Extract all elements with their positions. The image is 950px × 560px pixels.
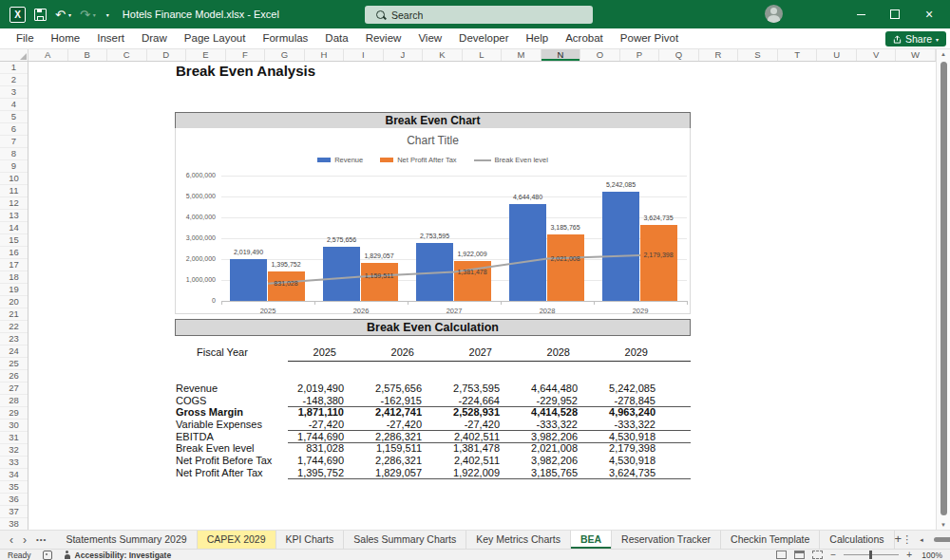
revenue-bar-2028[interactable]: [509, 204, 546, 301]
tabbar-more-icon[interactable]: ⋮: [902, 533, 912, 546]
row-header-29[interactable]: 29: [0, 407, 28, 420]
row-header-7[interactable]: 7: [0, 136, 28, 148]
row-header-27[interactable]: 27: [0, 383, 28, 395]
sheet-tab-checkin-template[interactable]: Checkin Template: [721, 531, 820, 549]
zoom-slider[interactable]: [844, 554, 899, 555]
table-cell[interactable]: -278,845: [578, 395, 656, 406]
row-header-1[interactable]: 1: [0, 62, 28, 74]
ribbon-tab-review[interactable]: Review: [357, 28, 410, 48]
table-cell[interactable]: 2,286,321: [344, 455, 422, 466]
undo-icon[interactable]: ↶: [55, 9, 66, 21]
table-cell[interactable]: 1,922,009: [422, 467, 500, 478]
column-header-W[interactable]: W: [896, 49, 936, 61]
vertical-scrollbar[interactable]: ▲ ▼: [936, 49, 950, 530]
row-header-37[interactable]: 37: [0, 506, 28, 518]
table-cell[interactable]: 4,530,918: [578, 455, 656, 466]
row-header-12[interactable]: 12: [0, 197, 28, 210]
page-layout-view-icon[interactable]: [794, 551, 805, 559]
column-header-S[interactable]: S: [738, 49, 778, 61]
close-button[interactable]: ×: [914, 0, 944, 28]
ribbon-tab-insert[interactable]: Insert: [88, 28, 133, 48]
column-header-U[interactable]: U: [817, 49, 857, 61]
table-cell[interactable]: -27,420: [266, 419, 344, 430]
horizontal-scroll-thumb[interactable]: [934, 537, 950, 542]
table-cell[interactable]: 2,019,490: [266, 383, 344, 394]
row-header-22[interactable]: 22: [0, 321, 28, 333]
scroll-up-icon[interactable]: ▲: [937, 51, 950, 57]
table-cell[interactable]: 4,963,240: [578, 406, 656, 418]
table-cell[interactable]: -229,952: [500, 395, 578, 406]
table-cell[interactable]: 2,753,595: [422, 383, 500, 394]
profit-bar-2028[interactable]: [547, 234, 584, 301]
zoom-out-icon[interactable]: −: [830, 551, 836, 560]
row-header-30[interactable]: 30: [0, 420, 28, 432]
table-cell[interactable]: 3,982,206: [500, 455, 578, 466]
table-cell[interactable]: 2,402,511: [422, 455, 500, 466]
column-header-J[interactable]: J: [384, 49, 424, 61]
column-header-N[interactable]: N: [542, 49, 581, 61]
table-cell[interactable]: 1,159,511: [344, 442, 422, 454]
select-all-corner[interactable]: [0, 49, 28, 61]
minimize-button[interactable]: [846, 0, 876, 28]
macro-record-icon[interactable]: [43, 551, 52, 560]
ribbon-tab-home[interactable]: Home: [43, 28, 89, 48]
row-header-21[interactable]: 21: [0, 308, 28, 321]
column-header-V[interactable]: V: [857, 49, 897, 61]
column-header-C[interactable]: C: [107, 49, 147, 61]
column-header-P[interactable]: P: [620, 49, 660, 61]
table-cell[interactable]: 1,744,690: [266, 431, 344, 442]
column-header-H[interactable]: H: [305, 49, 345, 61]
table-cell[interactable]: 4,414,528: [500, 406, 578, 418]
row-header-26[interactable]: 26: [0, 370, 28, 383]
revenue-bar-2029[interactable]: [602, 192, 639, 301]
worksheet-canvas[interactable]: Break Even Analysis Break Even Chart Cha…: [28, 62, 936, 530]
table-cell[interactable]: -148,380: [266, 395, 344, 406]
table-cell[interactable]: 1,829,057: [344, 467, 422, 478]
table-cell[interactable]: -27,420: [422, 419, 500, 430]
row-header-34[interactable]: 34: [0, 469, 28, 481]
table-cell[interactable]: 2,412,741: [344, 406, 422, 418]
column-header-I[interactable]: I: [344, 49, 384, 61]
ribbon-tab-draw[interactable]: Draw: [133, 28, 176, 48]
undo-dropdown-icon[interactable]: ▾: [68, 11, 71, 18]
sheet-tab-bea[interactable]: BEA: [571, 531, 612, 549]
row-header-14[interactable]: 14: [0, 222, 28, 234]
column-header-B[interactable]: B: [68, 49, 108, 61]
zoom-slider-thumb[interactable]: [869, 551, 872, 559]
sheet-tab-key-metrics-charts[interactable]: Key Metrics Charts: [466, 531, 571, 549]
sheet-tab-calculations[interactable]: Calculations: [820, 531, 894, 549]
ribbon-tab-data[interactable]: Data: [316, 28, 356, 48]
table-cell[interactable]: 2,286,321: [344, 431, 422, 442]
ribbon-tab-developer[interactable]: Developer: [450, 28, 517, 48]
row-header-9[interactable]: 9: [0, 160, 28, 173]
column-header-O[interactable]: O: [580, 49, 620, 61]
table-cell[interactable]: 3,185,765: [500, 467, 578, 478]
search-box[interactable]: Search: [365, 6, 593, 24]
table-cell[interactable]: -333,322: [500, 419, 578, 430]
table-cell[interactable]: 2,575,656: [344, 383, 422, 394]
table-cell[interactable]: 831,028: [266, 442, 344, 454]
customize-qat-icon[interactable]: ▾: [106, 11, 109, 18]
tab-nav-right-icon[interactable]: ›: [23, 533, 27, 547]
column-header-K[interactable]: K: [423, 49, 463, 61]
excel-logo-icon[interactable]: X: [10, 7, 26, 23]
row-header-15[interactable]: 15: [0, 234, 28, 247]
normal-view-icon[interactable]: [776, 551, 787, 559]
row-header-19[interactable]: 19: [0, 284, 28, 296]
row-header-2[interactable]: 2: [0, 74, 28, 86]
row-header-36[interactable]: 36: [0, 494, 28, 506]
row-header-17[interactable]: 17: [0, 259, 28, 271]
table-cell[interactable]: -27,420: [344, 419, 422, 430]
table-cell[interactable]: -162,915: [344, 395, 422, 406]
ribbon-tab-power-pivot[interactable]: Power Pivot: [612, 28, 687, 48]
table-cell[interactable]: 1,395,752: [266, 467, 344, 478]
ribbon-tab-acrobat[interactable]: Acrobat: [557, 28, 612, 48]
row-header-25[interactable]: 25: [0, 358, 28, 370]
sheet-tab-statements-summary-2029[interactable]: Statements Summary 2029: [56, 531, 197, 549]
row-header-8[interactable]: 8: [0, 148, 28, 160]
table-cell[interactable]: 2,021,008: [500, 442, 578, 454]
ribbon-tab-view[interactable]: View: [409, 28, 450, 48]
table-cell[interactable]: 2,179,398: [578, 442, 656, 454]
tab-nav-left-icon[interactable]: ‹: [10, 533, 13, 547]
sheet-tab-kpi-charts[interactable]: KPI Charts: [276, 531, 345, 549]
